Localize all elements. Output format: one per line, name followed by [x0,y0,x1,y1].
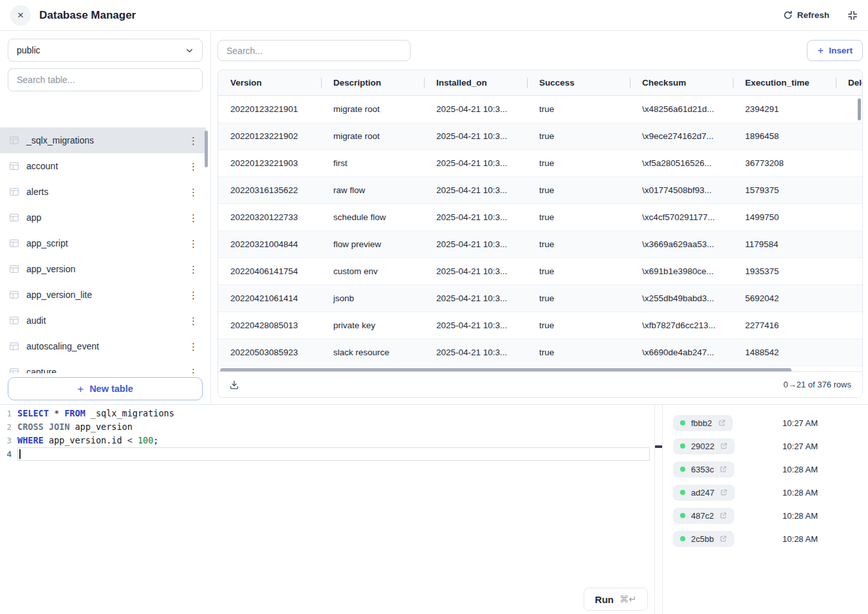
table-cell: 2025-04-21 10:3... [424,131,527,141]
editor-line[interactable]: 3WHERE app_version.id < 100; [0,434,654,447]
query-pill-fbbb2[interactable]: fbbb2 [673,415,733,431]
table-cell: 20220503085923 [218,348,321,357]
column-header-success[interactable]: Success [527,78,630,88]
table-options-menu-button[interactable]: ⋮ [189,239,198,248]
table-row[interactable]: 20220123221902migrate root2025-04-21 10:… [218,123,862,150]
query-pill-ad247[interactable]: ad247 [673,485,735,501]
table-toolbar: + Insert [217,40,863,61]
editor-scrollbar-gutter[interactable] [654,405,663,614]
query-pill-29022[interactable]: 29022 [673,438,735,454]
search-input[interactable] [217,40,411,61]
editor-line[interactable]: 2CROSS JOIN app_version [0,420,654,434]
insert-button[interactable]: + Insert [807,40,863,61]
table-cell: raw flow [321,185,424,195]
table-options-menu-button[interactable]: ⋮ [189,213,198,223]
sidebar-item-audit[interactable]: audit⋮ [0,308,206,333]
table-cell: true [527,185,630,195]
external-link-icon [719,512,727,519]
table-search-input[interactable] [8,68,203,91]
sidebar-item-autoscaling_event[interactable]: autoscaling_event⋮ [0,333,206,359]
column-header-installed_on[interactable]: Installed_on [424,78,527,88]
content-area: public _sqlx_migrations⋮account⋮alerts⋮a… [0,31,868,404]
history-item: 2902210:27 AM [673,434,858,458]
table-cell: true [527,293,630,303]
column-header-deleted[interactable]: Deleted [836,78,862,88]
sidebar-item-app_script[interactable]: app_script⋮ [0,230,206,256]
table-row[interactable]: 20220123221901migrate root2025-04-21 10:… [218,96,862,123]
table-row[interactable]: 20220406141754custom env2025-04-21 10:3.… [218,258,862,285]
sql-editor[interactable]: 1SELECT * FROM _sqlx_migrations2CROSS JO… [0,405,654,614]
table-cell: 2025-04-21 10:3... [424,239,527,249]
table-options-menu-button[interactable]: ⋮ [189,162,198,171]
table-options-menu-button[interactable]: ⋮ [189,316,198,326]
table-icon [9,212,19,223]
insert-label: Insert [829,46,853,55]
table-cell: slack resource [321,348,424,357]
table-cell: 20220123221903 [218,158,321,168]
history-item: 2c5bb10:28 AM [673,527,858,550]
line-number: 2 [0,420,17,434]
external-link-icon [720,442,728,450]
editor-line[interactable]: 1SELECT * FROM _sqlx_migrations [0,407,654,420]
column-header-execution_time[interactable]: Execution_time [733,78,836,88]
table-row[interactable]: 20220320122733schedule flow2025-04-21 10… [218,204,862,231]
query-pill-6353c[interactable]: 6353c [673,461,734,478]
table-icon [9,135,19,145]
table-cell: 1579375 [733,185,836,195]
table-row[interactable]: 20220316135622raw flow2025-04-21 10:3...… [218,177,862,204]
query-id-label: 6353c [691,465,714,474]
query-timestamp: 10:27 AM [782,418,818,428]
line-number: 4 [0,447,17,461]
collapse-icon [847,10,858,21]
table-row[interactable]: 20220503085923slack resource2025-04-21 1… [218,339,862,366]
sidebar-item-app_version_lite[interactable]: app_version_lite⋮ [0,282,206,308]
editor-line[interactable]: 4 [0,447,654,461]
column-header-checksum[interactable]: Checksum [630,78,733,88]
table-icon [9,367,19,373]
table-cell: 2277416 [733,321,836,330]
sidebar-scrollbar[interactable] [205,131,208,167]
refresh-button[interactable]: Refresh [783,10,829,20]
table-options-menu-button[interactable]: ⋮ [189,342,198,351]
query-id-label: 487c2 [691,511,714,521]
run-button[interactable]: Run ⌘↵ [584,588,648,611]
sidebar-item-account[interactable]: account⋮ [0,153,206,179]
query-id-label: ad247 [691,488,714,498]
table-icon [9,315,19,326]
collapse-fullscreen-button[interactable] [847,10,858,21]
table-name-label: autoscaling_event [26,341,99,351]
table-name-label: app_version [26,264,75,274]
table-cell: 2025-04-21 10:3... [424,212,527,222]
table-options-menu-button[interactable]: ⋮ [189,187,198,197]
sidebar-item-capture[interactable]: capture⋮ [0,359,206,373]
table-cell: 36773208 [733,158,836,168]
table-options-menu-button[interactable]: ⋮ [189,290,198,300]
sidebar-item-app[interactable]: app⋮ [0,205,206,230]
download-button[interactable] [229,380,239,390]
close-button[interactable]: × [10,5,31,26]
sidebar-item-app_version[interactable]: app_version⋮ [0,256,206,282]
new-table-button[interactable]: + New table [8,377,203,400]
table-row[interactable]: 20220321004844flow preview2025-04-21 10:… [218,231,862,258]
query-pill-487c2[interactable]: 487c2 [673,508,734,524]
text-cursor [19,449,21,459]
column-header-description[interactable]: Description [321,78,424,88]
table-row[interactable]: 20220428085013private key2025-04-21 10:3… [218,312,862,339]
sidebar-item-alerts[interactable]: alerts⋮ [0,179,206,205]
column-header-version[interactable]: Version [218,78,321,88]
table-cell: true [527,239,630,249]
table-options-menu-button[interactable]: ⋮ [189,367,198,374]
schema-select[interactable]: public [8,39,203,62]
table-row[interactable]: 20220123221903first2025-04-21 10:3...tru… [218,150,862,177]
table-cell: 2394291 [733,104,836,114]
table-options-menu-button[interactable]: ⋮ [189,265,198,274]
query-id-label: 2c5bb [691,534,714,544]
vertical-scrollbar[interactable] [858,98,861,120]
table-icon [9,341,19,351]
sidebar-item-_sqlx_migrations[interactable]: _sqlx_migrations⋮ [0,127,206,153]
table-row[interactable]: 20220421061414jsonb2025-04-21 10:3...tru… [218,285,862,312]
table-options-menu-button[interactable]: ⋮ [189,136,198,145]
table-cell: migrate root [321,131,424,141]
success-status-dot [680,443,685,449]
query-pill-2c5bb[interactable]: 2c5bb [673,531,734,547]
